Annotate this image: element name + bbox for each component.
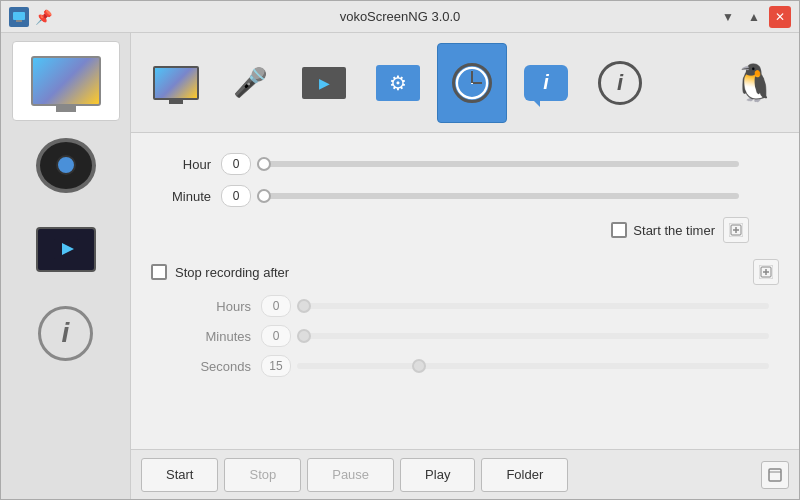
stop-recording-text: Stop recording after: [175, 265, 289, 280]
toolbar-penguin-button[interactable]: 🐧: [719, 43, 789, 123]
toolbar-settings-icon-box: ⚙: [373, 58, 423, 108]
stop-recording-checkbox[interactable]: [151, 264, 167, 280]
timer-section: Hour 0 Minute 0: [151, 153, 779, 377]
pin-icon[interactable]: 📌: [35, 9, 52, 25]
main-window: 📌 vokoScreenNG 3.0.0 ▼ ▲ ✕: [0, 0, 800, 500]
toolbar-video-icon: [302, 67, 346, 99]
stop-minutes-row: Minutes 0: [181, 325, 779, 347]
start-timer-label[interactable]: Start the timer: [611, 222, 715, 238]
svg-rect-2: [16, 20, 22, 22]
titlebar-left: 📌: [9, 7, 52, 27]
stop-hours-label: Hours: [181, 299, 251, 314]
titlebar: 📌 vokoScreenNG 3.0.0 ▼ ▲ ✕: [1, 1, 799, 33]
minimize-button[interactable]: ▼: [717, 6, 739, 28]
toolbar-screen-icon: [153, 66, 199, 100]
hour-slider[interactable]: [257, 161, 739, 167]
titlebar-controls: ▼ ▲ ✕: [717, 6, 791, 28]
hour-slider-row: Hour 0: [151, 153, 779, 175]
toolbar-info-icon-box: i: [595, 58, 645, 108]
bottom-toolbar: Start Stop Pause Play Folder: [131, 449, 799, 499]
toolbar-chat-icon-box: i: [521, 58, 571, 108]
folder-button[interactable]: Folder: [481, 458, 568, 492]
start-timer-row: Start the timer: [151, 217, 779, 243]
stop-hours-value: 0: [261, 295, 291, 317]
hour-label: Hour: [151, 157, 211, 172]
start-timer-text: Start the timer: [633, 223, 715, 238]
toolbar-settings-button[interactable]: ⚙: [363, 43, 433, 123]
toolbar-chat-icon: i: [524, 65, 568, 101]
toolbar-info-icon: i: [598, 61, 642, 105]
toolbar: 🎤 ⚙: [131, 33, 799, 133]
content-area: Hour 0 Minute 0: [131, 133, 799, 449]
toolbar-chat-button[interactable]: i: [511, 43, 581, 123]
toolbar-screen-button[interactable]: [141, 43, 211, 123]
toolbar-penguin-icon-box: 🐧: [729, 58, 779, 108]
stop-recording-info-btn[interactable]: [753, 259, 779, 285]
toolbar-settings-icon: ⚙: [376, 65, 420, 101]
app-icon: [9, 7, 29, 27]
start-timer-info-btn[interactable]: [723, 217, 749, 243]
toolbar-video-button[interactable]: [289, 43, 359, 123]
minute-value: 0: [221, 185, 251, 207]
bottom-expand-btn[interactable]: [761, 461, 789, 489]
toolbar-video-icon-box: [299, 58, 349, 108]
toolbar-penguin-icon: 🐧: [732, 62, 777, 104]
stop-hours-row: Hours 0: [181, 295, 779, 317]
play-button[interactable]: Play: [400, 458, 475, 492]
right-panel: 🎤 ⚙: [131, 33, 799, 499]
toolbar-timer-button[interactable]: [437, 43, 507, 123]
minute-slider-row: Minute 0: [151, 185, 779, 207]
sidebar-item-screen[interactable]: [12, 41, 120, 121]
stop-recording-label[interactable]: Stop recording after: [151, 264, 289, 280]
window-title: vokoScreenNG 3.0.0: [340, 9, 461, 24]
toolbar-mic-icon: 🎤: [233, 66, 268, 99]
toolbar-clock-icon: [452, 63, 492, 103]
sidebar: i: [1, 33, 131, 499]
hour-value: 0: [221, 153, 251, 175]
pause-button[interactable]: Pause: [307, 458, 394, 492]
maximize-button[interactable]: ▲: [743, 6, 765, 28]
sidebar-item-webcam[interactable]: [12, 125, 120, 205]
sidebar-item-info[interactable]: i: [12, 293, 120, 373]
stop-header-row: Stop recording after: [151, 259, 779, 285]
stop-recording-section: Stop recording after: [151, 259, 779, 377]
minute-label: Minute: [151, 189, 211, 204]
minute-slider[interactable]: [257, 193, 739, 199]
start-button[interactable]: Start: [141, 458, 218, 492]
start-timer-checkbox[interactable]: [611, 222, 627, 238]
stop-button[interactable]: Stop: [224, 458, 301, 492]
main-content: i 🎤: [1, 33, 799, 499]
sidebar-item-player[interactable]: [12, 209, 120, 289]
stop-minutes-slider[interactable]: [297, 333, 769, 339]
screen-icon: [31, 56, 101, 106]
toolbar-timer-icon-box: [447, 58, 497, 108]
toolbar-audio-icon-box: 🎤: [225, 58, 275, 108]
stop-seconds-value: 15: [261, 355, 291, 377]
close-button[interactable]: ✕: [769, 6, 791, 28]
stop-seconds-label: Seconds: [181, 359, 251, 374]
chat-i-label: i: [543, 71, 549, 94]
svg-rect-1: [13, 12, 25, 20]
svg-rect-16: [769, 469, 781, 481]
player-icon: [36, 227, 96, 272]
toolbar-info-button[interactable]: i: [585, 43, 655, 123]
stop-sliders: Hours 0 Minutes 0: [181, 295, 779, 377]
info-circle-icon: i: [38, 306, 93, 361]
toolbar-screen-icon-box: [151, 58, 201, 108]
stop-seconds-slider[interactable]: [297, 363, 769, 369]
stop-minutes-value: 0: [261, 325, 291, 347]
stop-seconds-row: Seconds 15: [181, 355, 779, 377]
stop-hours-slider[interactable]: [297, 303, 769, 309]
toolbar-audio-button[interactable]: 🎤: [215, 43, 285, 123]
webcam-lens-icon: [56, 155, 76, 175]
stop-minutes-label: Minutes: [181, 329, 251, 344]
webcam-icon: [36, 138, 96, 193]
